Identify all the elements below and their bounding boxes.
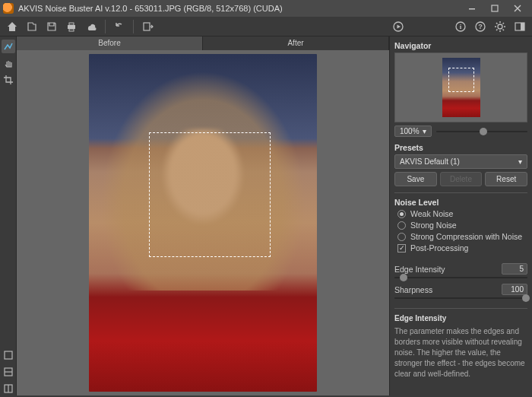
svg-text:?: ? bbox=[478, 23, 483, 30]
left-toolstrip bbox=[0, 37, 17, 395]
canvas[interactable] bbox=[17, 50, 389, 395]
svg-rect-0 bbox=[469, 8, 475, 10]
minimize-button[interactable] bbox=[461, 2, 483, 15]
settings-icon[interactable] bbox=[492, 19, 508, 34]
help-heading: Edge Intensity bbox=[394, 313, 527, 324]
help-icon[interactable]: ? bbox=[473, 19, 488, 34]
svg-rect-22 bbox=[5, 351, 12, 359]
preset-reset-button[interactable]: Reset bbox=[485, 172, 527, 186]
svg-rect-3 bbox=[69, 23, 74, 25]
right-panel: Navigator 100%▾ Presets AKVIS Default (1… bbox=[389, 37, 532, 395]
undo-icon[interactable] bbox=[112, 19, 127, 34]
edge-intensity-label: Edge Intensity bbox=[394, 265, 502, 274]
sharpness-slider[interactable] bbox=[394, 296, 527, 300]
help-body: The parameter makes the edges and border… bbox=[394, 326, 527, 380]
svg-point-11 bbox=[498, 24, 502, 29]
preset-selected: AKVIS Default (1) bbox=[400, 157, 460, 166]
view-single-icon[interactable] bbox=[2, 348, 15, 362]
quick-preview-tool-icon[interactable] bbox=[2, 40, 15, 53]
noise-compress-label: Strong Compression with Noise bbox=[410, 232, 522, 241]
svg-line-19 bbox=[503, 23, 505, 24]
sharpness-label: Sharpness bbox=[394, 285, 502, 294]
noise-strong-label: Strong Noise bbox=[410, 221, 457, 230]
view-split-v-icon[interactable] bbox=[2, 382, 15, 395]
maximize-button[interactable] bbox=[483, 2, 506, 15]
svg-line-17 bbox=[503, 29, 505, 30]
navigator-thumbnail[interactable] bbox=[394, 52, 527, 122]
tab-before[interactable]: Before bbox=[17, 37, 203, 50]
cloud-download-icon[interactable] bbox=[84, 19, 99, 34]
window-title: AKVIS Noise Buster AI v.12.0 - 653011.JP… bbox=[18, 4, 461, 13]
preset-delete-button: Delete bbox=[440, 172, 483, 186]
svg-rect-2 bbox=[68, 25, 75, 29]
zoom-value: 100% bbox=[400, 127, 420, 135]
toolbar-separator bbox=[105, 20, 106, 33]
tab-after[interactable]: After bbox=[203, 37, 389, 50]
print-icon[interactable] bbox=[64, 19, 79, 34]
save-file-icon[interactable] bbox=[44, 19, 59, 34]
titlebar: AKVIS Noise Buster AI v.12.0 - 653011.JP… bbox=[0, 0, 532, 17]
open-file-icon[interactable] bbox=[24, 19, 40, 34]
noise-weak-label: Weak Noise bbox=[410, 209, 453, 218]
svg-line-18 bbox=[496, 29, 498, 30]
preview-marquee[interactable] bbox=[149, 132, 271, 257]
svg-text:i: i bbox=[460, 23, 462, 30]
crop-tool-icon[interactable] bbox=[2, 73, 15, 87]
chevron-down-icon: ▾ bbox=[518, 157, 522, 166]
app-icon bbox=[3, 3, 14, 14]
toolbar: i ? bbox=[0, 17, 532, 37]
canvas-area: Before After bbox=[17, 37, 389, 395]
navigator-label: Navigator bbox=[394, 41, 527, 50]
svg-rect-1 bbox=[492, 5, 498, 11]
preset-select[interactable]: AKVIS Default (1) ▾ bbox=[394, 154, 527, 169]
panel-toggle-icon[interactable] bbox=[512, 19, 527, 34]
chevron-down-icon: ▾ bbox=[423, 127, 426, 135]
post-processing-checkbox[interactable]: Post-Processing bbox=[397, 243, 527, 252]
canvas-tabs: Before After bbox=[17, 37, 389, 50]
export-icon[interactable] bbox=[140, 19, 155, 34]
info-icon[interactable]: i bbox=[453, 19, 468, 34]
home-icon[interactable] bbox=[5, 19, 20, 34]
post-processing-label: Post-Processing bbox=[410, 243, 468, 252]
noise-strong-radio[interactable]: Strong Noise bbox=[397, 221, 527, 230]
close-button[interactable] bbox=[506, 2, 529, 15]
zoom-level-select[interactable]: 100%▾ bbox=[394, 125, 432, 137]
svg-line-16 bbox=[496, 23, 498, 24]
svg-rect-5 bbox=[144, 23, 150, 30]
preset-save-button[interactable]: Save bbox=[394, 172, 437, 186]
run-icon[interactable] bbox=[391, 19, 406, 34]
hand-tool-icon[interactable] bbox=[2, 56, 15, 70]
view-split-h-icon[interactable] bbox=[2, 365, 15, 379]
zoom-slider[interactable] bbox=[436, 129, 527, 134]
noise-weak-radio[interactable]: Weak Noise bbox=[397, 209, 527, 218]
edge-intensity-value[interactable]: 5 bbox=[502, 263, 527, 275]
sharpness-value[interactable]: 100 bbox=[502, 284, 527, 295]
toolbar-separator bbox=[133, 20, 134, 33]
edge-intensity-slider[interactable] bbox=[394, 275, 527, 280]
noise-level-label: Noise Level bbox=[394, 198, 527, 207]
presets-label: Presets bbox=[394, 143, 527, 152]
parameter-help-box: Edge Intensity The parameter makes the e… bbox=[394, 308, 527, 380]
svg-rect-21 bbox=[521, 23, 524, 30]
svg-rect-4 bbox=[69, 29, 74, 31]
navigator-viewport-box[interactable] bbox=[448, 68, 474, 92]
noise-compress-radio[interactable]: Strong Compression with Noise bbox=[397, 232, 527, 241]
